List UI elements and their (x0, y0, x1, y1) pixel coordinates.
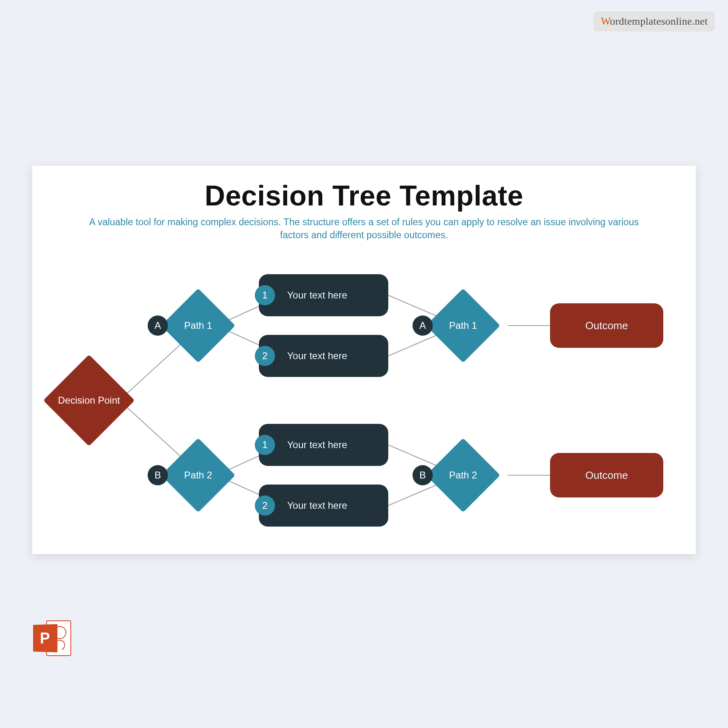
slide-title: Decision Tree Template (32, 180, 696, 212)
optionA2-text: Your text here (287, 350, 347, 362)
branch-a-badge: A (148, 315, 168, 336)
optionA1-text: Your text here (287, 290, 347, 301)
outcomeB-text: Outcome (585, 469, 628, 482)
path2-label-2: Path 2 (449, 470, 477, 481)
branch-a-badge-2: A (413, 315, 433, 336)
watermark-badge: Wordtemplatesonline.net (593, 11, 715, 32)
decision-point-label: Decision Point (58, 395, 120, 406)
path2-diamond: Path 2 (172, 449, 224, 502)
path1-label-2: Path 1 (449, 320, 477, 331)
optionA2-num: 2 (255, 346, 275, 366)
optionA2-box: Your text here (259, 335, 388, 377)
optionA1-num: 1 (255, 285, 275, 305)
optionB2-num: 2 (255, 495, 275, 516)
optionB1-text: Your text here (287, 439, 347, 451)
optionB1-box: Your text here (259, 424, 388, 466)
slide-subtitle: A valuable tool for making complex decis… (77, 216, 651, 241)
optionA1-box: Your text here (259, 274, 388, 316)
path2-diamond-2: Path 2 (437, 449, 489, 502)
watermark-initial: W (601, 15, 610, 27)
branch-b-badge-2: B (413, 465, 433, 485)
branch-b-badge: B (148, 465, 168, 485)
path1-diamond: Path 1 (172, 299, 224, 352)
powerpoint-icon: P (32, 619, 71, 658)
optionB1-num: 1 (255, 435, 275, 455)
watermark-rest: ordtemplatesonline.net (610, 15, 708, 27)
ppt-tile-icon: P (33, 624, 57, 652)
outcomeA-text: Outcome (585, 320, 628, 332)
decision-point-diamond: Decision Point (57, 368, 121, 433)
outcomeA-box: Outcome (550, 303, 663, 348)
optionB2-box: Your text here (259, 485, 388, 527)
path2-label: Path 2 (184, 470, 212, 481)
path1-diamond-2: Path 1 (437, 299, 489, 352)
outcomeB-box: Outcome (550, 453, 663, 497)
path1-label: Path 1 (184, 320, 212, 331)
optionB2-text: Your text here (287, 500, 347, 511)
slide-card: Decision Tree Template A valuable tool f… (32, 166, 696, 554)
